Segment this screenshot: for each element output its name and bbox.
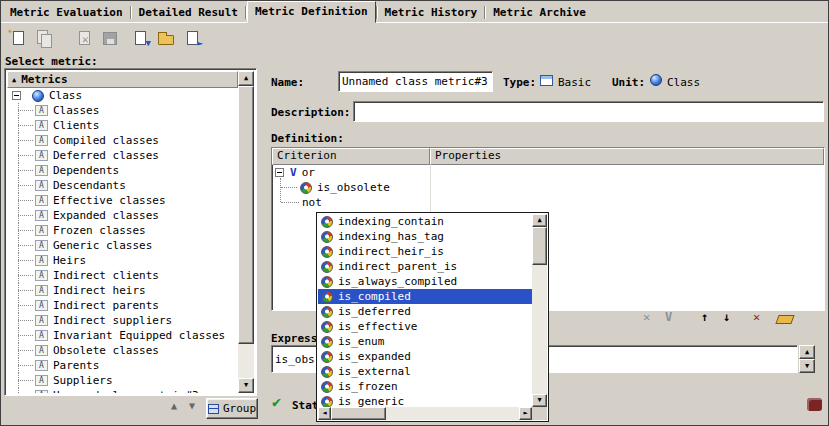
metric-tree-item[interactable]: A Generic classes bbox=[7, 238, 238, 253]
metric-tree-item[interactable]: A Heirs bbox=[7, 253, 238, 268]
metric-tree-item[interactable]: A Unnamed class metric#3 bbox=[7, 388, 238, 393]
criterion-option[interactable]: is_expanded bbox=[318, 349, 532, 364]
note-icon[interactable] bbox=[807, 398, 822, 411]
metric-tree-item[interactable]: A Deferred classes bbox=[7, 148, 238, 163]
metric-tree-item[interactable]: A Effective classes bbox=[7, 193, 238, 208]
criterion-column-header[interactable]: Criterion bbox=[272, 148, 430, 165]
metric-tree-item[interactable]: A Dependents bbox=[7, 163, 238, 178]
move-metric-up-icon[interactable]: ▲ bbox=[171, 400, 177, 411]
metric-tree-item[interactable]: A Clients bbox=[7, 118, 238, 133]
export-metric-button[interactable]: ► bbox=[181, 27, 204, 50]
delete-criterion-icon[interactable]: ✕ bbox=[753, 310, 760, 324]
criterion-row-or[interactable]: V or bbox=[272, 165, 824, 180]
metric-icon: A bbox=[35, 330, 48, 341]
criterion-option[interactable]: is_deferred bbox=[318, 304, 532, 319]
import-metric-button[interactable]: ▼ bbox=[129, 27, 152, 50]
scroll-up-icon[interactable]: ▲ bbox=[532, 214, 547, 227]
scroll-left-icon[interactable]: ◄ bbox=[318, 407, 331, 420]
scroll-down-icon[interactable]: ▼ bbox=[799, 359, 815, 373]
criterion-option[interactable]: is_generic bbox=[318, 394, 532, 407]
tab-metric-evaluation[interactable]: Metric Evaluation bbox=[3, 5, 130, 22]
copy-metric-button[interactable] bbox=[33, 27, 56, 50]
metric-icon: A bbox=[35, 240, 48, 251]
description-input[interactable] bbox=[353, 101, 824, 122]
export-arrow-icon: ► bbox=[198, 39, 203, 48]
metric-tree-item[interactable]: A Expanded classes bbox=[7, 208, 238, 223]
criterion-option[interactable]: is_enum bbox=[318, 334, 532, 349]
move-criterion-up-icon[interactable]: ↑ bbox=[701, 310, 708, 324]
metric-tree-item[interactable]: A Indirect clients bbox=[7, 268, 238, 283]
metric-tree-item[interactable]: A Indirect heirs bbox=[7, 283, 238, 298]
scrollbar-corner bbox=[532, 407, 547, 420]
criterion-option[interactable]: is_external bbox=[318, 364, 532, 379]
unit-value: Class bbox=[667, 76, 700, 89]
metric-item-label: Classes bbox=[53, 103, 99, 118]
tab-detailed-result[interactable]: Detailed Result bbox=[132, 5, 245, 22]
criterion-row-label: is_obsolete bbox=[317, 180, 390, 195]
collapse-icon[interactable] bbox=[12, 91, 21, 100]
group-button-label: Group bbox=[223, 402, 256, 415]
metric-tree-item[interactable]: A Indirect parents bbox=[7, 298, 238, 313]
new-metric-button[interactable]: ✦ bbox=[7, 27, 30, 50]
criterion-option[interactable]: is_compiled bbox=[318, 289, 532, 304]
criterion-option-label: indirect_parent_is bbox=[338, 259, 457, 274]
metric-tree-item[interactable]: A Indirect suppliers bbox=[7, 313, 238, 328]
save-floppy-icon bbox=[103, 32, 117, 45]
expression-scrollbar[interactable]: ▲ ▼ bbox=[799, 345, 815, 373]
sort-ascending-icon: ▲ bbox=[12, 76, 16, 84]
metric-item-label: Frozen classes bbox=[53, 223, 146, 238]
basic-type-icon bbox=[540, 75, 553, 86]
criterion-row-is-obsolete[interactable]: is_obsolete bbox=[272, 180, 824, 195]
metric-tool-window: Metric Evaluation Detailed Result Metric… bbox=[0, 0, 829, 426]
group-button[interactable]: Group bbox=[206, 398, 258, 419]
delete-metric-button[interactable]: ✕ bbox=[73, 27, 96, 50]
criterion-option[interactable]: is_effective bbox=[318, 319, 532, 334]
name-input[interactable] bbox=[338, 71, 493, 92]
properties-column-header[interactable]: Properties bbox=[430, 148, 824, 165]
criterion-option[interactable]: indirect_heir_is bbox=[318, 244, 532, 259]
criterion-option[interactable]: is_frozen bbox=[318, 379, 532, 394]
scroll-up-icon[interactable]: ▲ bbox=[238, 71, 254, 86]
scrollbar-thumb[interactable] bbox=[238, 86, 254, 344]
tree-vertical-scrollbar[interactable]: ▲ ▼ bbox=[238, 71, 254, 393]
scrollbar-thumb[interactable] bbox=[331, 407, 386, 420]
tree-root-class[interactable]: Class bbox=[7, 88, 238, 103]
scroll-right-icon[interactable]: ► bbox=[519, 407, 532, 420]
metrics-column-header[interactable]: ▲Metrics bbox=[7, 71, 238, 88]
metric-tree-item[interactable]: A Parents bbox=[7, 358, 238, 373]
or-operator-button-icon[interactable]: V bbox=[665, 310, 672, 324]
scroll-up-icon[interactable]: ▲ bbox=[799, 345, 815, 359]
dropdown-horizontal-scrollbar[interactable]: ◄ ► bbox=[318, 407, 532, 420]
scroll-down-icon[interactable]: ▼ bbox=[532, 394, 547, 407]
criterion-dropdown-list: indexing_contain indexing_has_tag indire… bbox=[318, 214, 532, 407]
scrollbar-thumb[interactable] bbox=[532, 227, 547, 265]
move-metric-down-icon[interactable]: ▼ bbox=[189, 400, 195, 411]
metric-tree-item[interactable]: A Classes bbox=[7, 103, 238, 118]
metric-tree-item[interactable]: A Descendants bbox=[7, 178, 238, 193]
remove-criterion-icon[interactable]: ✕ bbox=[643, 310, 650, 324]
criterion-ball-icon bbox=[321, 306, 333, 318]
dropdown-vertical-scrollbar[interactable]: ▲ ▼ bbox=[532, 214, 547, 407]
tab-metric-history[interactable]: Metric History bbox=[378, 5, 485, 22]
criterion-option[interactable]: indexing_contain bbox=[318, 214, 532, 229]
collapse-icon[interactable] bbox=[275, 168, 284, 177]
scroll-down-icon[interactable]: ▼ bbox=[238, 378, 254, 393]
criterion-option-label: is_compiled bbox=[338, 289, 411, 304]
criterion-row-not[interactable]: not bbox=[272, 195, 824, 210]
eraser-icon[interactable] bbox=[775, 315, 794, 324]
criterion-option[interactable]: indexing_has_tag bbox=[318, 229, 532, 244]
criterion-option[interactable]: is_always_compiled bbox=[318, 274, 532, 289]
metric-tree-item[interactable]: A Obsolete classes bbox=[7, 343, 238, 358]
metric-icon: A bbox=[35, 360, 48, 371]
tab-metric-archive[interactable]: Metric Archive bbox=[486, 5, 593, 22]
save-metric-button[interactable] bbox=[99, 27, 122, 50]
metric-tree-item[interactable]: A Invariant Equipped classes bbox=[7, 328, 238, 343]
metric-tree-item[interactable]: A Frozen classes bbox=[7, 223, 238, 238]
open-metric-button[interactable] bbox=[155, 27, 178, 50]
tab-metric-definition[interactable]: Metric Definition bbox=[247, 1, 376, 23]
criterion-option-label: indexing_has_tag bbox=[338, 229, 444, 244]
criterion-option[interactable]: indirect_parent_is bbox=[318, 259, 532, 274]
metric-tree-item[interactable]: A Suppliers bbox=[7, 373, 238, 388]
move-criterion-down-icon[interactable]: ↓ bbox=[723, 310, 730, 324]
metric-tree-item[interactable]: A Compiled classes bbox=[7, 133, 238, 148]
